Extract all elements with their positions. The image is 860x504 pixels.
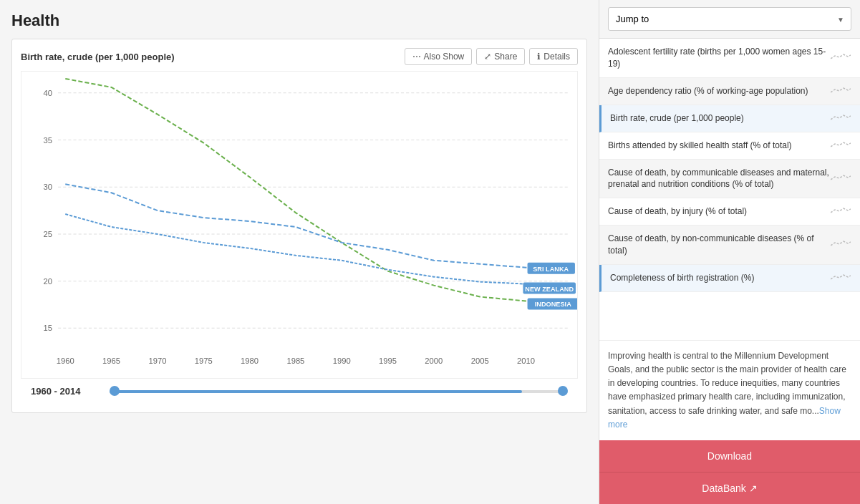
databank-button[interactable]: DataBank ↗ [599,472,860,504]
svg-text:1985: 1985 [286,357,304,365]
indicator-text: Birth rate, crude (per 1,000 people) [610,112,830,125]
svg-text:15: 15 [43,324,52,332]
indicator-chart-icon [830,140,851,152]
indicator-chart-icon [830,205,851,218]
svg-text:2010: 2010 [517,357,535,365]
svg-text:1995: 1995 [379,357,397,365]
svg-text:25: 25 [43,230,52,238]
svg-text:2005: 2005 [471,357,489,365]
action-buttons: Download DataBank ↗ [599,440,860,504]
indicator-item[interactable]: Cause of death, by injury (% of total) [599,198,860,226]
also-show-button[interactable]: ⋯ Also Show [405,48,473,65]
indicator-item[interactable]: Births attended by skilled health staff … [599,132,860,160]
share-icon: ⤢ [484,52,491,62]
indicator-item[interactable]: Age dependency ratio (% of working-age p… [599,78,860,105]
svg-text:1980: 1980 [241,357,259,365]
indicator-text: Cause of death, by non-communicable dise… [608,233,830,257]
timeline-slider[interactable] [110,390,568,393]
svg-text:1990: 1990 [333,357,351,365]
download-button[interactable]: Download [599,440,860,472]
svg-text:30: 30 [43,183,52,191]
slider-handle-right[interactable] [558,386,568,396]
svg-text:35: 35 [43,136,52,145]
svg-text:1970: 1970 [148,357,166,365]
indicator-chart-icon [830,173,851,185]
indicator-chart-icon [830,272,851,284]
indicator-text: Completeness of birth registration (%) [610,272,830,284]
chart-card: Birth rate, crude (per 1,000 people) ⋯ A… [11,39,587,413]
chart-title: Birth rate, crude (per 1,000 people) [21,52,175,62]
indicator-item[interactable]: Adolescent fertility rate (births per 1,… [599,39,860,78]
indicator-chart-icon [830,52,851,64]
right-panel: Jump to Adolescent fertility rate (birth… [599,0,860,504]
indicator-text: Births attended by skilled health staff … [608,140,830,152]
share-button[interactable]: ⤢ Share [476,48,525,65]
slider-handle-left[interactable] [110,386,120,396]
details-button[interactable]: ℹ Details [529,48,578,65]
indicator-text: Age dependency ratio (% of working-age p… [608,85,830,97]
indicator-text: Cause of death, by communicable diseases… [608,167,830,191]
timeline-label: 1960 - 2014 [31,386,102,397]
chart-area: 40 35 30 25 20 15 1960 1965 1970 1975 19… [21,71,578,379]
svg-text:1975: 1975 [195,357,213,365]
svg-text:40: 40 [43,89,52,97]
svg-text:SRI LANKA: SRI LANKA [533,266,569,273]
jump-to-select[interactable]: Jump to [608,7,851,31]
indicator-text: Cause of death, by injury (% of total) [608,205,830,218]
description-text: Improving health is central to the Mille… [608,351,846,416]
details-icon: ℹ [537,52,541,62]
chart-svg: 40 35 30 25 20 15 1960 1965 1970 1975 19… [21,72,577,378]
description-box: Improving health is central to the Mille… [599,340,860,440]
indicator-item[interactable]: Cause of death, by non-communicable dise… [599,226,860,265]
indicators-list: Adolescent fertility rate (births per 1,… [599,39,860,340]
jump-to-wrapper: Jump to [608,7,851,31]
indicator-chart-icon [830,238,851,251]
indicator-chart-icon [830,112,851,125]
jump-to-container: Jump to [599,0,860,39]
indicator-text: Adolescent fertility rate (births per 1,… [608,46,830,70]
indicator-chart-icon [830,85,851,97]
page-title: Health [11,11,587,30]
svg-text:INDONESIA: INDONESIA [535,301,571,309]
indicator-item[interactable]: Cause of death, by communicable diseases… [599,160,860,199]
svg-text:NEW ZEALAND: NEW ZEALAND [525,286,574,293]
svg-text:20: 20 [43,277,52,286]
svg-text:2000: 2000 [425,357,443,365]
chart-header: Birth rate, crude (per 1,000 people) ⋯ A… [21,48,578,65]
indicator-item[interactable]: Birth rate, crude (per 1,000 people) [599,105,860,132]
chart-actions: ⋯ Also Show ⤢ Share ℹ Details [405,48,578,65]
svg-text:1965: 1965 [102,357,120,365]
timeline-bar: 1960 - 2014 [21,379,578,404]
also-show-icon: ⋯ [412,52,421,62]
indicator-item[interactable]: Completeness of birth registration (%) [599,265,860,292]
svg-text:1960: 1960 [57,357,74,365]
